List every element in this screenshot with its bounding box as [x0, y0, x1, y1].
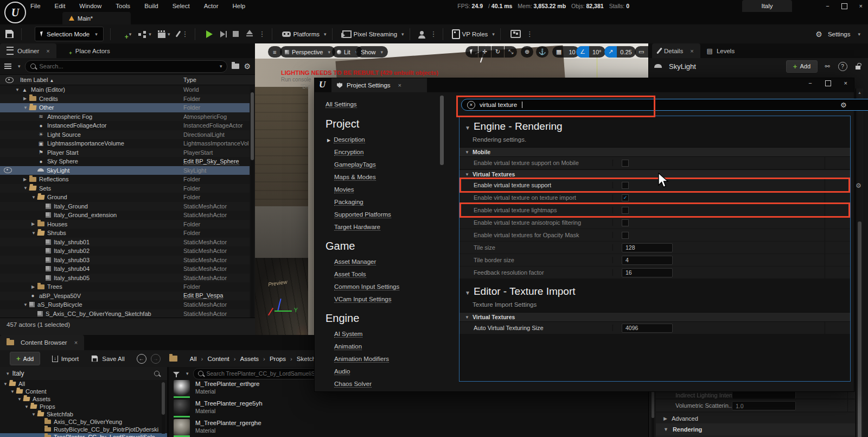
outliner-column-headers[interactable]: Item Label ▲ Type	[0, 74, 255, 85]
checkbox[interactable]	[622, 207, 629, 214]
value-field[interactable]: 128	[622, 243, 673, 252]
cinematics-icon[interactable]	[158, 33, 165, 38]
menu-item-tools[interactable]: Tools	[116, 3, 130, 9]
move-tool-icon[interactable]: ✛	[478, 46, 491, 58]
nav-item-chaos-solver[interactable]: Chaos Solver	[334, 381, 434, 387]
maximize-icon[interactable]	[825, 80, 831, 86]
outliner-row[interactable]: ⚑Player StartPlayerStart	[0, 148, 250, 157]
outliner-row[interactable]: SkyLightSkyLight	[0, 166, 250, 175]
settings-row-enable-virtual-texture-support-on-mobile[interactable]: Enable virtual texture support on Mobile	[459, 157, 850, 169]
add-content-button[interactable]: + Add	[10, 352, 40, 365]
help-icon[interactable]: ?	[837, 61, 848, 72]
material-thumbnail[interactable]	[174, 380, 190, 396]
expander-icon[interactable]: ▼	[24, 404, 30, 409]
nav-item-movies[interactable]: Movies	[334, 186, 434, 193]
close-icon[interactable]: ×	[690, 48, 693, 54]
filter-icon[interactable]	[173, 372, 180, 375]
gear-icon[interactable]: ⚙	[856, 182, 861, 189]
outliner-row[interactable]: Italy_shrub02StaticMeshActor	[0, 246, 250, 256]
nav-item-ai-system[interactable]: AI System	[334, 331, 434, 337]
folder-tree-row[interactable]: Axis_CC_by_OliverYeung	[0, 418, 167, 426]
settings-row-enable-virtual-texture-support[interactable]: Enable virtual texture support	[459, 179, 850, 192]
outliner-row[interactable]: ▣LightmassImportanceVolumeLightmassImpor…	[0, 139, 250, 148]
settings-category-bar[interactable]: ▼Virtual Textures	[459, 169, 850, 179]
nav-item-target-hardware[interactable]: Target Hardware	[334, 224, 434, 230]
search-settings-gear-icon[interactable]: ⚙	[840, 101, 847, 109]
breadcrumb-item-all[interactable]: All	[190, 356, 197, 362]
filter-icon[interactable]	[4, 64, 11, 69]
scale-snap-control[interactable]: ↗ 0.25	[604, 46, 636, 58]
nav-item-maps-modes[interactable]: Maps & Modes	[334, 174, 434, 180]
menu-item-window[interactable]: Window	[79, 3, 101, 9]
property-row-partial[interactable]: Indirect Lighting Inten...	[656, 392, 855, 399]
menu-item-edit[interactable]: Edit	[55, 3, 66, 9]
play-options-icon[interactable]: ⋮	[258, 30, 265, 38]
outliner-row[interactable]: ▼OtherFolder	[0, 103, 250, 112]
outliner-row[interactable]: Italy_shrub04StaticMeshActor	[0, 264, 250, 274]
minimize-icon[interactable]: −	[826, 3, 829, 9]
outliner-row[interactable]: Italy_GroundStaticMeshActor	[0, 202, 250, 211]
settings-row-enable-virtual-textures-for-opacity-mask[interactable]: Enable virtual textures for Opacity Mask	[459, 229, 850, 242]
outliner-row[interactable]: ▶CreditsFolder	[0, 94, 250, 104]
nav-item-description[interactable]: ▶Description	[334, 136, 434, 143]
pixel-streaming-label[interactable]: Pixel Streaming	[354, 31, 398, 37]
outliner-row[interactable]: ▼SetsFolder	[0, 184, 250, 193]
folder-tree-row[interactable]: ▼All	[0, 380, 167, 388]
checkbox[interactable]	[622, 160, 629, 167]
outliner-row[interactable]: ●InstancedFoliageActorInstancedFoliageAc…	[0, 121, 250, 130]
nav-item-supported-platforms[interactable]: Supported Platforms	[334, 211, 434, 218]
expander-icon[interactable]: ▶	[23, 96, 29, 101]
save-icon[interactable]	[5, 30, 14, 38]
eject-button[interactable]	[246, 30, 253, 34]
nav-item-common-input-settings[interactable]: Common Input Settings	[334, 283, 434, 290]
folder-tree-row[interactable]: RustyBicycle_CC_by_PiotrPjotDyderski	[0, 426, 167, 433]
save-all-button[interactable]: Save All	[91, 354, 125, 363]
outliner-row[interactable]: ▼ShrubsFolder	[0, 229, 250, 238]
nav-item-audio[interactable]: Audio	[334, 368, 434, 375]
property-row-volumetric-scattering[interactable]: Volumetric Scatterin... 1.0	[656, 400, 855, 412]
outliner-row[interactable]: Italy_shrub05StaticMeshActor	[0, 274, 250, 283]
close-icon[interactable]: ×	[46, 48, 49, 54]
platforms-label[interactable]: Platforms	[293, 31, 320, 37]
menu-item-help[interactable]: Help	[233, 3, 246, 9]
outliner-scrollbar[interactable]	[251, 90, 254, 318]
outliner-row[interactable]: S_Axis_CC_by_OliverYeung_SketchfabStatic…	[0, 309, 250, 318]
camera-speed-control[interactable]: ▭ 4	[635, 46, 648, 58]
folder-tree-row[interactable]: ▼Props	[0, 403, 167, 410]
stop-button[interactable]	[233, 31, 239, 37]
maximize-icon[interactable]	[841, 3, 847, 9]
forward-button[interactable]: →	[151, 354, 161, 364]
expander-icon[interactable]: ▼	[15, 87, 21, 92]
rotation-snap-control[interactable]: ∠ 10°	[576, 46, 605, 58]
nav-item-vcam-input-settings[interactable]: VCam Input Settings	[334, 296, 434, 302]
expander-icon[interactable]: ▼	[10, 389, 16, 394]
project-settings-tab[interactable]: Project Settings ×	[331, 78, 427, 92]
project-title-tab[interactable]: Italy	[742, 0, 792, 12]
virtual-camera-icon[interactable]	[510, 30, 521, 38]
details-right-scrollbar[interactable]: ▲ ⚙	[856, 88, 863, 437]
chevron-down-icon[interactable]: ▾	[129, 31, 132, 37]
outliner-row[interactable]: ●aBP_Vespa50VEdit BP_Vespa	[0, 292, 250, 301]
settings-row-enable-virtual-texture-on-texture-import[interactable]: Enable virtual texture on texture import…	[459, 192, 850, 204]
blueprint-graph-icon[interactable]: ⚯	[822, 61, 833, 72]
outliner-row[interactable]: ☀Light SourceDirectionalLight	[0, 130, 250, 140]
chevron-down-icon[interactable]: ▾	[149, 31, 151, 37]
back-button[interactable]: ←	[137, 354, 146, 364]
more-options-icon[interactable]: ⋮	[430, 30, 437, 38]
value-field[interactable]: 16	[622, 268, 673, 277]
close-icon[interactable]: ×	[74, 339, 78, 346]
outliner-row[interactable]: ≋Atmospheric FogAtmosphericFog	[0, 112, 250, 122]
checkbox[interactable]	[622, 182, 629, 189]
vp-roles-label[interactable]: VP Roles	[462, 31, 488, 37]
grid-snap-control[interactable]: ▦ 10	[552, 46, 579, 58]
expander-icon[interactable]: ▶	[23, 177, 29, 182]
expander-icon[interactable]: ▼	[31, 412, 37, 417]
nav-item-animation[interactable]: Animation	[334, 343, 434, 350]
breadcrumb-item-content[interactable]: Content	[207, 356, 229, 362]
minimize-icon[interactable]: −	[808, 80, 812, 86]
frame-skip-button[interactable]	[220, 31, 225, 37]
edit-blueprint-link[interactable]: Edit BP_Vespa	[183, 292, 223, 299]
outliner-row[interactable]: ▶ReflectionsFolder	[0, 175, 250, 184]
outliner-row[interactable]: ▼GroundFolder	[0, 193, 250, 202]
nav-item-animation-modifiers[interactable]: Animation Modifiers	[334, 356, 434, 362]
